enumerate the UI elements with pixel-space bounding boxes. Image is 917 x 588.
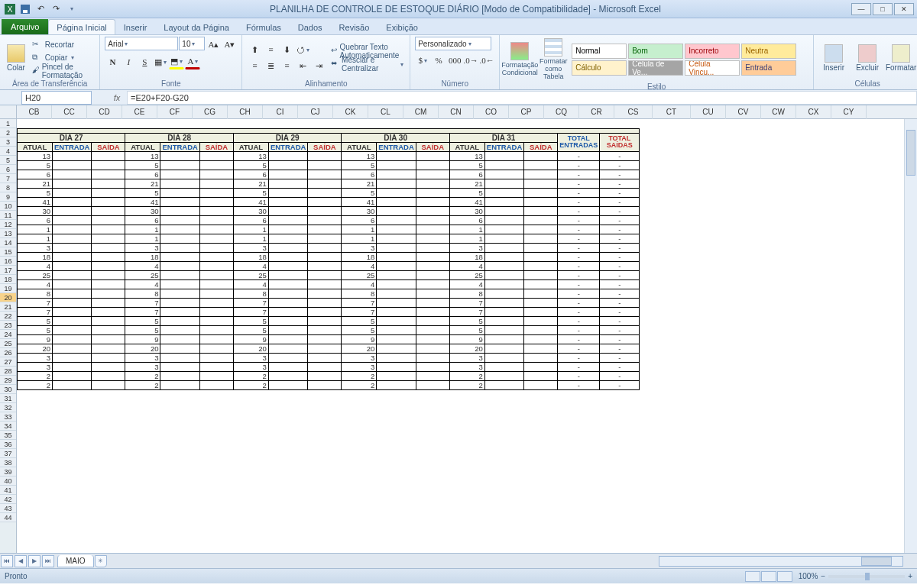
italic-button[interactable]: I	[121, 54, 136, 69]
cell[interactable]	[484, 307, 523, 316]
style-cell[interactable]: Bom	[628, 44, 683, 59]
cell[interactable]: 5	[233, 325, 268, 334]
cell[interactable]: 13	[18, 151, 53, 160]
cell[interactable]	[53, 188, 92, 197]
cell[interactable]: ATUAL	[342, 142, 377, 151]
cell[interactable]: -	[600, 197, 640, 206]
new-sheet-button[interactable]: ✳	[95, 555, 107, 567]
cell[interactable]	[342, 119, 377, 128]
formula-input[interactable]: =E20+F20-G20	[127, 91, 917, 105]
cell[interactable]	[199, 325, 233, 334]
row-header[interactable]: 32	[0, 403, 16, 412]
cell[interactable]	[377, 170, 416, 179]
cell[interactable]: -	[558, 316, 600, 325]
row-header[interactable]: 23	[0, 321, 16, 330]
row-header[interactable]: 42	[0, 495, 16, 504]
cell[interactable]	[18, 119, 53, 128]
cell[interactable]	[524, 225, 558, 234]
cell[interactable]	[160, 243, 199, 252]
cell[interactable]: -	[600, 234, 640, 243]
cell[interactable]	[308, 261, 342, 270]
cell[interactable]: -	[558, 225, 600, 234]
format-as-table-button[interactable]: Formatar como Tabela	[538, 37, 569, 82]
cell[interactable]	[377, 344, 416, 353]
cell[interactable]	[268, 179, 307, 188]
cell[interactable]: 4	[125, 261, 160, 270]
cell[interactable]: 1	[342, 234, 377, 243]
cell[interactable]: 9	[449, 334, 484, 344]
cell[interactable]	[92, 243, 125, 252]
cell[interactable]	[524, 353, 558, 362]
cell[interactable]: 8	[233, 289, 268, 298]
column-header[interactable]: CW	[761, 105, 796, 119]
cell[interactable]	[160, 316, 199, 325]
cell[interactable]	[199, 344, 233, 353]
cell[interactable]	[92, 225, 125, 234]
cell[interactable]	[92, 170, 125, 179]
cell[interactable]: 20	[18, 344, 53, 353]
paste-button[interactable]: Colar	[5, 43, 28, 73]
cell[interactable]: ATUAL	[125, 142, 160, 151]
cell[interactable]	[416, 289, 449, 298]
row-header[interactable]: 20	[0, 293, 16, 302]
cell[interactable]	[308, 151, 342, 160]
cell[interactable]	[199, 289, 233, 298]
row-header[interactable]: 8	[0, 183, 16, 192]
cell[interactable]	[484, 261, 523, 270]
cell[interactable]: 5	[342, 160, 377, 170]
cell[interactable]: 6	[233, 170, 268, 179]
cell[interactable]: ENTRADA	[268, 142, 307, 151]
cell[interactable]	[92, 380, 125, 389]
cell[interactable]	[160, 371, 199, 380]
cell[interactable]	[377, 380, 416, 389]
cell[interactable]	[524, 252, 558, 261]
column-header[interactable]: CO	[474, 105, 509, 119]
cell[interactable]: 3	[125, 362, 160, 371]
cell[interactable]	[308, 234, 342, 243]
cell[interactable]: 2	[125, 380, 160, 389]
cell[interactable]: 18	[18, 252, 53, 261]
tab-nav-next[interactable]: ▶	[28, 555, 41, 567]
cell[interactable]	[308, 334, 342, 344]
cell[interactable]: 4	[125, 279, 160, 289]
style-cell[interactable]: Célula Vincu...	[685, 60, 740, 76]
cell[interactable]	[377, 362, 416, 371]
cell[interactable]: 13	[342, 151, 377, 160]
cell[interactable]	[53, 325, 92, 334]
cell[interactable]	[484, 334, 523, 344]
cell[interactable]	[199, 380, 233, 389]
cell[interactable]: 1	[18, 234, 53, 243]
cell[interactable]: 7	[233, 307, 268, 316]
cell[interactable]	[160, 334, 199, 344]
cell[interactable]: 18	[233, 252, 268, 261]
cell[interactable]	[558, 119, 600, 128]
name-box[interactable]: H20	[21, 91, 92, 105]
cell[interactable]: 5	[342, 325, 377, 334]
cell[interactable]	[92, 197, 125, 206]
cell[interactable]	[92, 289, 125, 298]
row-header[interactable]: 13	[0, 229, 16, 238]
cell[interactable]	[308, 270, 342, 279]
cell[interactable]	[449, 119, 484, 128]
cell[interactable]	[416, 234, 449, 243]
cell[interactable]	[92, 353, 125, 362]
cell[interactable]: TOTALENTRADAS	[558, 133, 600, 151]
row-header[interactable]: 14	[0, 238, 16, 247]
row-header[interactable]: 44	[0, 513, 16, 522]
cell[interactable]	[268, 279, 307, 289]
cell[interactable]	[160, 270, 199, 279]
style-cell[interactable]: Entrada	[741, 60, 796, 76]
cell[interactable]	[484, 362, 523, 371]
row-header[interactable]: 5	[0, 156, 16, 165]
row-header[interactable]: 11	[0, 211, 16, 220]
row-header[interactable]: 27	[0, 357, 16, 367]
cell[interactable]: -	[600, 325, 640, 334]
cell[interactable]: 8	[449, 289, 484, 298]
cell[interactable]	[416, 362, 449, 371]
cell[interactable]	[92, 252, 125, 261]
cell[interactable]: 1	[233, 225, 268, 234]
row-header[interactable]: 16	[0, 257, 16, 266]
insert-cells-button[interactable]: Inserir	[818, 43, 849, 73]
cell[interactable]	[308, 243, 342, 252]
tab-data[interactable]: Dados	[290, 19, 331, 34]
